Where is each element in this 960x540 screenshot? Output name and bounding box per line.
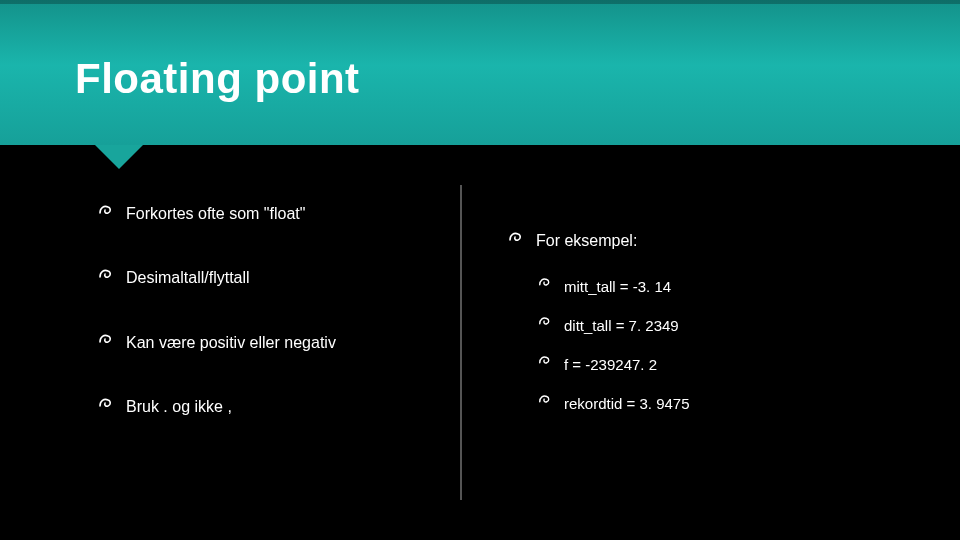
bullet-text: ditt_tall = 7. 2349 [564, 315, 679, 336]
list-item: Bruk . og ikke , [98, 396, 430, 418]
swirl-icon [98, 267, 120, 283]
list-item: rekordtid = 3. 9475 [538, 393, 930, 414]
bullet-text: Desimaltall/flyttall [126, 267, 250, 289]
list-item: ditt_tall = 7. 2349 [538, 315, 930, 336]
slide-title: Floating point [75, 55, 960, 103]
swirl-icon [538, 354, 558, 368]
swirl-icon [538, 315, 558, 329]
swirl-icon [98, 203, 120, 219]
swirl-icon [538, 393, 558, 407]
swirl-icon [508, 230, 530, 246]
bullet-text: mitt_tall = -3. 14 [564, 276, 671, 297]
list-item: mitt_tall = -3. 14 [538, 276, 930, 297]
bullet-text: f = -239247. 2 [564, 354, 657, 375]
bullet-text: Kan være positiv eller negativ [126, 332, 336, 354]
header-top-border [0, 0, 960, 4]
list-item: Forkortes ofte som "float" [98, 203, 430, 225]
slide-header: Floating point [0, 0, 960, 145]
right-column: For eksempel: mitt_tall = -3. 14 ditt_ta… [460, 145, 960, 540]
list-item: For eksempel: [508, 230, 930, 252]
list-item: f = -239247. 2 [538, 354, 930, 375]
bullet-text: Bruk . og ikke , [126, 396, 232, 418]
swirl-icon [98, 332, 120, 348]
sub-list: mitt_tall = -3. 14 ditt_tall = 7. 2349 f… [508, 276, 930, 414]
bullet-text: rekordtid = 3. 9475 [564, 393, 690, 414]
swirl-icon [98, 396, 120, 412]
swirl-icon [538, 276, 558, 290]
list-item: Desimaltall/flyttall [98, 267, 430, 289]
left-column: Forkortes ofte som "float" Desimaltall/f… [0, 145, 460, 540]
list-item: Kan være positiv eller negativ [98, 332, 430, 354]
slide-content: Forkortes ofte som "float" Desimaltall/f… [0, 145, 960, 540]
bullet-text: For eksempel: [536, 230, 637, 252]
bullet-text: Forkortes ofte som "float" [126, 203, 305, 225]
